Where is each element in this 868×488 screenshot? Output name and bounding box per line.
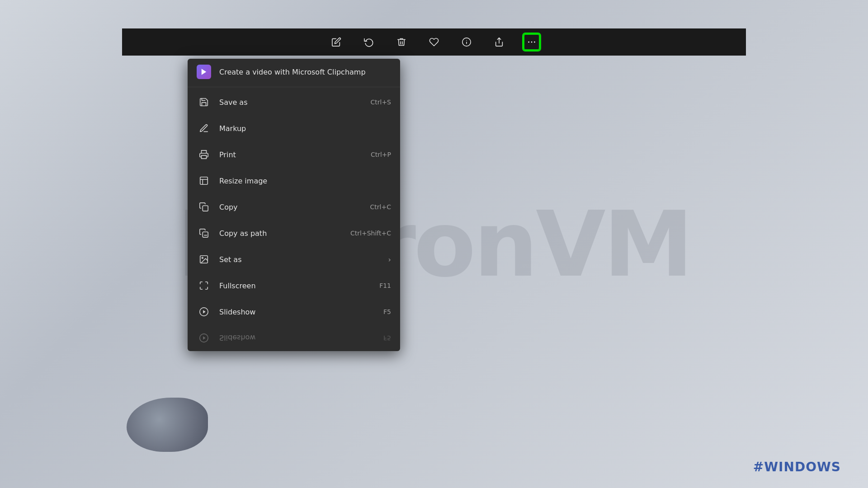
svg-marker-16	[203, 310, 206, 313]
markup-icon	[197, 121, 211, 136]
save-as-label: Save as	[219, 98, 370, 107]
resize-label: Resize image	[219, 177, 391, 185]
menu-item-slideshow[interactable]: Slideshow F5	[188, 299, 400, 325]
markup-label: Markup	[219, 124, 391, 133]
clipchamp-icon	[197, 65, 211, 79]
slideshow-clipped-icon	[197, 331, 211, 345]
context-menu: Create a video with Microsoft Clipchamp …	[188, 59, 400, 351]
svg-point-6	[534, 42, 535, 43]
toolbar	[122, 28, 746, 56]
menu-item-resize[interactable]: Resize image	[188, 168, 400, 194]
copy-as-path-shortcut: Ctrl+Shift+C	[350, 230, 391, 237]
copy-path-icon	[197, 226, 211, 240]
svg-rect-9	[200, 177, 208, 185]
fullscreen-shortcut: F11	[379, 282, 391, 289]
menu-item-create-video[interactable]: Create a video with Microsoft Clipchamp	[188, 59, 400, 85]
svg-marker-18	[203, 336, 206, 339]
set-as-arrow: ›	[388, 255, 391, 264]
menu-item-save-as[interactable]: Save as Ctrl+S	[188, 89, 400, 115]
copy-icon	[197, 200, 211, 214]
print-shortcut: Ctrl+P	[371, 151, 391, 158]
slideshow-icon	[197, 305, 211, 319]
windows-hashtag: #WINDOWS	[753, 460, 841, 474]
menu-item-copy-as-path[interactable]: Copy as path Ctrl+Shift+C	[188, 220, 400, 246]
menu-item-fullscreen[interactable]: Fullscreen F11	[188, 272, 400, 299]
set-as-icon	[197, 252, 211, 267]
copy-label: Copy	[219, 203, 370, 211]
slideshow-shortcut: F5	[383, 308, 391, 315]
save-icon	[197, 95, 211, 109]
divider-1	[188, 87, 400, 87]
slideshow-label: Slideshow	[219, 308, 383, 316]
rotate-icon[interactable]	[361, 34, 377, 50]
save-as-shortcut: Ctrl+S	[370, 99, 391, 106]
favorite-icon[interactable]	[426, 34, 442, 50]
slideshow-clipped-shortcut: F5	[383, 334, 391, 342]
slideshow-clipped-label: Slideshow	[219, 334, 383, 343]
menu-item-set-as[interactable]: Set as ›	[188, 246, 400, 272]
svg-point-14	[202, 257, 203, 258]
create-video-label: Create a video with Microsoft Clipchamp	[219, 68, 391, 76]
fullscreen-label: Fullscreen	[219, 282, 379, 290]
copy-as-path-label: Copy as path	[219, 229, 350, 238]
menu-item-markup[interactable]: Markup	[188, 115, 400, 141]
set-as-label: Set as	[219, 255, 385, 264]
more-options-button[interactable]	[524, 34, 540, 50]
info-icon[interactable]	[458, 34, 475, 50]
edit-icon[interactable]	[328, 34, 344, 50]
svg-rect-8	[202, 155, 207, 159]
copy-shortcut: Ctrl+C	[370, 203, 391, 211]
fullscreen-icon	[197, 278, 211, 293]
svg-point-4	[528, 42, 529, 43]
menu-item-print[interactable]: Print Ctrl+P	[188, 141, 400, 168]
resize-icon	[197, 174, 211, 188]
print-icon	[197, 147, 211, 162]
menu-item-copy[interactable]: Copy Ctrl+C	[188, 194, 400, 220]
svg-rect-10	[203, 206, 208, 211]
svg-point-5	[531, 42, 533, 43]
menu-item-slideshow-clipped[interactable]: Slideshow F5	[188, 325, 400, 351]
print-label: Print	[219, 150, 371, 159]
delete-icon[interactable]	[393, 34, 410, 50]
svg-rect-11	[203, 232, 208, 237]
svg-marker-7	[202, 69, 207, 75]
share-icon[interactable]	[491, 34, 507, 50]
